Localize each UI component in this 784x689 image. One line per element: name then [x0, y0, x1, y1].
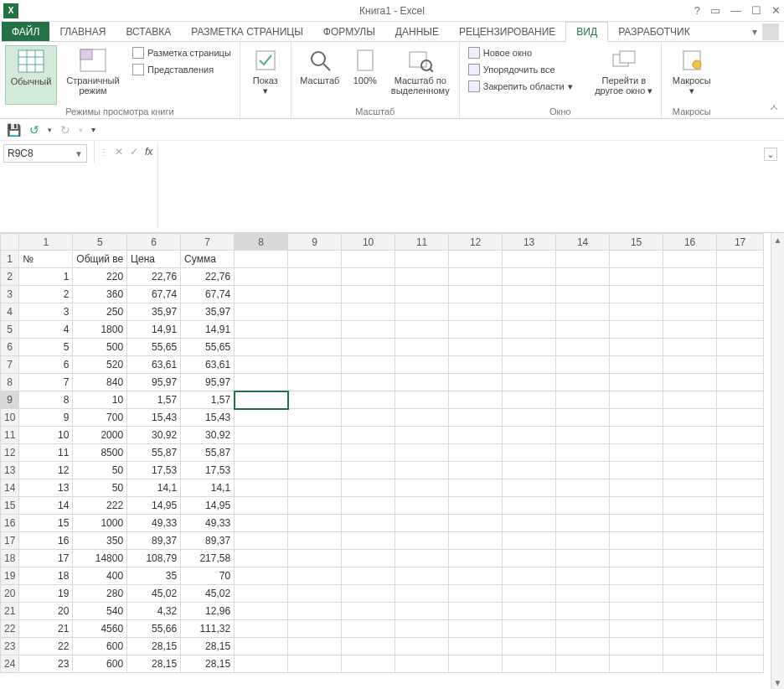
cell[interactable] — [288, 286, 342, 303]
cell[interactable]: 15 — [19, 515, 73, 532]
cell[interactable]: 1000 — [73, 515, 127, 532]
cell[interactable] — [395, 497, 449, 515]
cell[interactable] — [663, 339, 717, 356]
cell[interactable] — [449, 321, 503, 339]
row-header[interactable]: 4 — [1, 303, 19, 321]
cell[interactable]: 9 — [19, 409, 73, 427]
cell[interactable] — [342, 462, 395, 479]
cell[interactable] — [288, 409, 342, 427]
cell[interactable] — [342, 444, 395, 462]
row-header[interactable]: 8 — [1, 374, 19, 391]
cell[interactable] — [610, 374, 663, 391]
cell[interactable] — [395, 251, 449, 268]
cell[interactable] — [556, 620, 610, 638]
cell[interactable] — [556, 567, 610, 585]
cell[interactable] — [342, 339, 395, 356]
cell[interactable]: 14,91 — [127, 321, 181, 339]
cell[interactable]: 280 — [73, 585, 127, 603]
cell[interactable]: 70 — [181, 567, 235, 585]
cell[interactable]: 4 — [19, 321, 73, 339]
redo-icon[interactable]: ↻ — [60, 123, 70, 137]
cell[interactable] — [395, 286, 449, 303]
cell[interactable] — [449, 620, 503, 638]
cell[interactable] — [449, 303, 503, 321]
cell[interactable]: 89,37 — [127, 532, 181, 550]
cell[interactable]: 840 — [73, 374, 127, 391]
cell[interactable]: 220 — [73, 268, 127, 286]
cell[interactable] — [342, 655, 395, 673]
cell[interactable] — [235, 427, 288, 444]
cell[interactable]: 35,97 — [181, 303, 235, 321]
cell[interactable] — [503, 286, 556, 303]
cell[interactable] — [288, 532, 342, 550]
cell[interactable]: 50 — [73, 462, 127, 479]
row-header[interactable]: 16 — [1, 515, 19, 532]
column-header[interactable]: 5 — [73, 234, 127, 251]
cell[interactable]: 14,1 — [127, 479, 181, 497]
cell[interactable] — [235, 321, 288, 339]
cell[interactable] — [288, 620, 342, 638]
cell[interactable] — [663, 286, 717, 303]
cell[interactable] — [717, 409, 764, 427]
cell[interactable] — [235, 268, 288, 286]
cell[interactable]: 3 — [19, 303, 73, 321]
tab-рецензирование[interactable]: РЕЦЕНЗИРОВАНИЕ — [449, 22, 565, 41]
cell[interactable] — [395, 356, 449, 374]
cell[interactable]: 14 — [19, 497, 73, 515]
cell[interactable] — [235, 251, 288, 268]
row-header[interactable]: 14 — [1, 479, 19, 497]
cell[interactable]: 7 — [19, 374, 73, 391]
column-header[interactable]: 11 — [395, 234, 449, 251]
cell[interactable] — [449, 655, 503, 673]
cell[interactable] — [288, 321, 342, 339]
cell[interactable]: 28,15 — [181, 638, 235, 655]
cell[interactable]: 21 — [19, 620, 73, 638]
cell[interactable] — [663, 409, 717, 427]
cell[interactable] — [663, 532, 717, 550]
cell[interactable]: 55,65 — [127, 339, 181, 356]
cell[interactable] — [395, 339, 449, 356]
cell[interactable] — [449, 497, 503, 515]
cell[interactable] — [342, 550, 395, 567]
cell[interactable] — [503, 550, 556, 567]
cell[interactable]: 55,87 — [127, 444, 181, 462]
cell[interactable] — [717, 444, 764, 462]
cell[interactable] — [288, 515, 342, 532]
custom-views-button[interactable]: Представления — [129, 62, 235, 77]
cell[interactable] — [288, 339, 342, 356]
cell[interactable] — [556, 374, 610, 391]
cell[interactable] — [235, 409, 288, 427]
cell[interactable] — [395, 585, 449, 603]
cell[interactable]: 49,33 — [127, 515, 181, 532]
cell[interactable] — [556, 603, 610, 620]
zoom-selection-button[interactable]: Масштаб повыделенному — [387, 45, 454, 105]
cell[interactable] — [395, 303, 449, 321]
cell[interactable] — [395, 427, 449, 444]
cell[interactable] — [288, 585, 342, 603]
cell[interactable] — [610, 427, 663, 444]
cell[interactable] — [235, 339, 288, 356]
cell[interactable] — [503, 620, 556, 638]
cell[interactable] — [663, 321, 717, 339]
column-header[interactable]: 17 — [717, 234, 764, 251]
cell[interactable] — [717, 391, 764, 409]
cell[interactable]: 8500 — [73, 444, 127, 462]
cell[interactable]: 20 — [19, 603, 73, 620]
cell[interactable] — [342, 286, 395, 303]
tab-разметка страницы[interactable]: РАЗМЕТКА СТРАНИЦЫ — [181, 22, 313, 41]
cell[interactable]: 600 — [73, 655, 127, 673]
column-header[interactable]: 13 — [503, 234, 556, 251]
cell[interactable] — [717, 620, 764, 638]
cell[interactable] — [395, 567, 449, 585]
cell[interactable] — [503, 462, 556, 479]
cell[interactable] — [663, 585, 717, 603]
cell[interactable] — [342, 251, 395, 268]
cell[interactable]: 55,87 — [181, 444, 235, 462]
undo-icon[interactable]: ↺ — [29, 123, 39, 137]
cell[interactable]: 360 — [73, 286, 127, 303]
redo-dropdown-icon[interactable]: ▾ — [79, 126, 83, 134]
cell[interactable] — [449, 532, 503, 550]
cell[interactable] — [449, 251, 503, 268]
cell[interactable]: 14,1 — [181, 479, 235, 497]
cell[interactable] — [717, 585, 764, 603]
